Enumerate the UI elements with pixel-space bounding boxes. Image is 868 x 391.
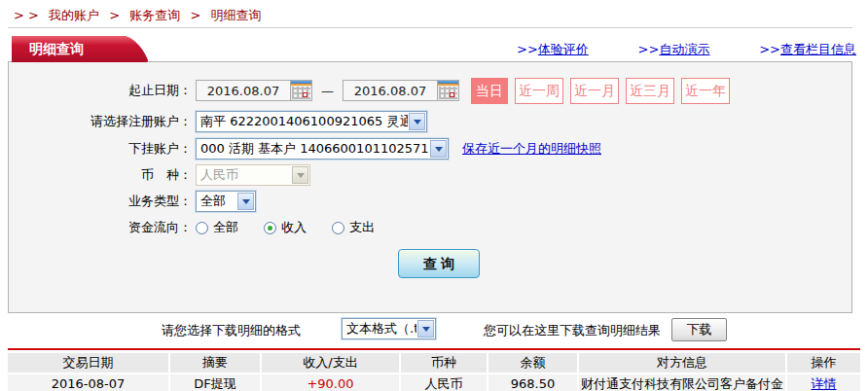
cell-summary: DF提现: [170, 374, 260, 391]
flow-direction-label: 资金流向：: [9, 219, 192, 236]
register-account-select[interactable]: 南平 6222001406100921065 灵通卡: [196, 111, 427, 132]
currency-row: 币 种： 人民币: [9, 162, 851, 188]
table-row: 2016-08-07 DF提现 +90.00 人民币 968.50 财付通支付科…: [8, 374, 860, 391]
link-experience-review[interactable]: >>体验评价: [517, 41, 589, 58]
cell-balance: 968.50: [488, 374, 577, 391]
register-account-field: 南平 6222001406100921065 灵通卡: [196, 111, 427, 132]
query-button[interactable]: 查 询: [398, 249, 480, 278]
breadcrumb-separator: >: [190, 8, 200, 22]
quick-range-buttons: 当日 近一周 近一月 近三月 近一年: [471, 78, 730, 104]
chevron-down-icon: [430, 140, 447, 158]
currency-value: 人民币: [197, 166, 291, 184]
end-date-input[interactable]: [344, 81, 437, 100]
radio-label: 支出: [349, 219, 375, 236]
business-type-select[interactable]: 全部: [196, 191, 256, 212]
link-label: 自动演示: [659, 42, 709, 56]
header-trade-date: 交易日期: [8, 353, 168, 373]
end-date-group: [343, 80, 459, 101]
business-type-label: 业务类型：: [9, 193, 192, 210]
cell-trade-date: 2016-08-07: [8, 374, 168, 391]
radio-circle-icon: [264, 222, 276, 234]
header-action: 操作: [787, 353, 860, 373]
register-account-label: 请选择注册账户：: [9, 113, 192, 130]
flow-direction-row: 资金流向： 全部 收入 支出: [9, 215, 851, 240]
cell-counterparty: 财付通支付科技有限公司客户备付金: [579, 374, 785, 391]
cell-action: 详情: [787, 374, 860, 391]
start-date-input[interactable]: [197, 81, 290, 100]
calendar-icon-grid: [292, 87, 310, 99]
breadcrumb-item-account-query[interactable]: 账务查询: [129, 8, 180, 22]
link-label: 查看栏目信息: [780, 42, 856, 56]
results-table: 交易日期 摘要 收入/支出 币种 余额 对方信息 操作 2016-08-07 D…: [8, 348, 860, 391]
quick-button-last-week[interactable]: 近一周: [515, 78, 563, 104]
link-prefix: >>: [517, 42, 538, 56]
download-row: 请您选择下载明细的格式 文本格式（.txt） 您可以在这里下载查询明细结果 下载: [0, 317, 868, 344]
breadcrumb-item-detail-query[interactable]: 明细查询: [210, 8, 261, 22]
calendar-icon[interactable]: [437, 81, 458, 100]
radio-income[interactable]: 收入: [264, 219, 307, 236]
download-hint: 您可以在这里下载查询明细结果: [484, 322, 661, 339]
tab-title: 明细查询: [29, 41, 84, 56]
header-balance: 余额: [488, 353, 577, 373]
calendar-icon[interactable]: [290, 81, 311, 100]
cell-amount: +90.00: [262, 374, 399, 391]
calendar-icon-today-mark: [450, 92, 454, 97]
radio-circle-icon: [332, 222, 344, 234]
quick-button-last-month[interactable]: 近一月: [570, 78, 619, 104]
breadcrumb: > > 我的账户 > 账务查询 > 明细查询: [14, 7, 261, 24]
link-label: 体验评价: [538, 42, 589, 56]
radio-label: 全部: [213, 219, 238, 236]
header-counterparty: 对方信息: [579, 353, 785, 373]
business-type-value: 全部: [197, 193, 236, 210]
header-income-expense: 收入/支出: [262, 353, 399, 373]
calendar-icon-grid: [439, 87, 457, 99]
sub-account-label: 下挂账户：: [9, 140, 192, 158]
breadcrumb-separator: >: [109, 8, 120, 22]
download-button[interactable]: 下载: [671, 318, 727, 341]
date-range-label: 起止日期：: [9, 82, 192, 99]
chevron-down-icon: [409, 113, 425, 130]
sub-account-row: 下挂账户： 000 活期 基本户 1406600101102571848 保存近…: [9, 136, 851, 161]
table-header-row: 交易日期 摘要 收入/支出 币种 余额 对方信息 操作: [8, 353, 860, 373]
link-prefix: >>: [638, 42, 660, 56]
link-auto-demo[interactable]: >>自动演示: [638, 41, 710, 58]
currency-select: 人民币: [196, 164, 310, 186]
breadcrumb-item-my-account[interactable]: 我的账户: [49, 8, 99, 22]
link-prefix: >>: [759, 42, 780, 56]
calendar-icon-top: [291, 81, 311, 86]
radio-expense[interactable]: 支出: [332, 219, 375, 236]
header-summary: 摘要: [170, 353, 260, 373]
chevron-down-icon: [417, 320, 434, 338]
breadcrumb-prefix: > >: [14, 8, 39, 22]
download-format-label: 请您选择下载明细的格式: [162, 322, 301, 339]
link-view-column-info[interactable]: >>查看栏目信息: [759, 41, 856, 58]
breadcrumb-divider: [8, 27, 852, 28]
quick-button-today[interactable]: 当日: [471, 78, 508, 104]
header-links: >>体验评价 >>自动演示 >>查看栏目信息: [517, 41, 856, 58]
save-snapshot-link[interactable]: 保存近一个月的明细快照: [462, 140, 601, 158]
business-type-field: 全部: [196, 191, 256, 212]
sub-account-value: 000 活期 基本户 1406600101102571848: [197, 140, 429, 158]
download-format-select[interactable]: 文本格式（.txt）: [342, 318, 436, 339]
radio-all[interactable]: 全部: [196, 219, 238, 236]
sub-account-field: 000 活期 基本户 1406600101102571848 保存近一个月的明细…: [196, 138, 601, 160]
cell-currency: 人民币: [401, 374, 487, 391]
calendar-icon-top: [438, 81, 458, 86]
date-range-fields: — 当日 近一周 近一月 近三月 近一年: [196, 78, 730, 104]
currency-field: 人民币: [196, 164, 310, 186]
register-account-row: 请选择注册账户： 南平 6222001406100921065 灵通卡: [9, 109, 851, 134]
tab-detail-query[interactable]: 明细查询: [12, 36, 127, 62]
currency-label: 币 种：: [9, 166, 192, 184]
quick-button-last-year[interactable]: 近一年: [681, 78, 730, 104]
sub-account-select[interactable]: 000 活期 基本户 1406600101102571848: [196, 138, 449, 160]
header-currency: 币种: [401, 353, 487, 373]
business-type-row: 业务类型： 全部: [9, 189, 851, 214]
detail-query-page: > > 我的账户 > 账务查询 > 明细查询 明细查询 >>体验评价 >>自动演…: [0, 0, 868, 391]
chevron-down-icon: [292, 166, 308, 184]
flow-direction-options: 全部 收入 支出: [196, 219, 375, 236]
detail-link[interactable]: 详情: [812, 376, 837, 391]
chevron-down-icon: [237, 193, 254, 210]
quick-button-last-3-months[interactable]: 近三月: [626, 78, 674, 104]
date-separator: —: [321, 84, 334, 98]
date-range-row: 起止日期： — 当日 近一周 近一月 近三月 近一年: [9, 78, 851, 103]
